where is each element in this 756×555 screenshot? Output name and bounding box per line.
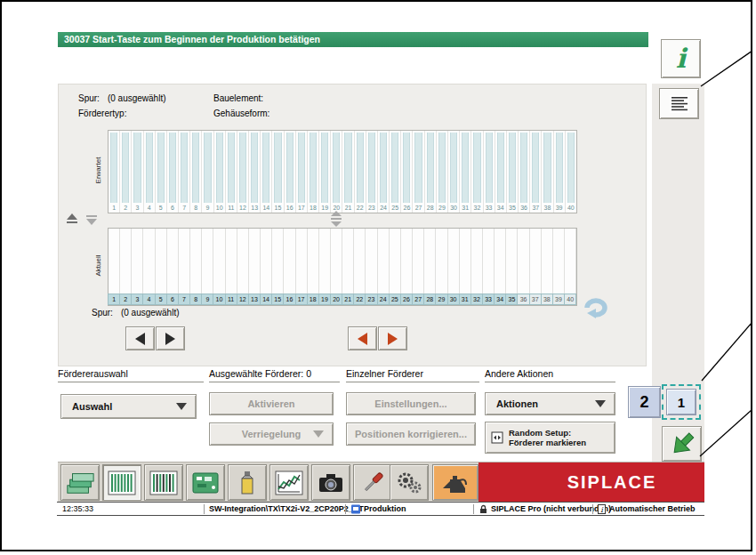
actual-next-button[interactable] <box>378 326 407 350</box>
spur-label: Spur: <box>92 308 113 318</box>
expected-slot-21[interactable]: 21 <box>342 131 354 213</box>
spur-bottom-label: Spur: (0 ausgewählt) <box>92 308 180 318</box>
expected-slot-6[interactable]: 6 <box>167 131 179 213</box>
expected-slot-23[interactable]: 23 <box>366 131 378 213</box>
section-title: Fördererauswahl <box>58 368 204 379</box>
feeder-stack-icon <box>65 469 95 496</box>
expected-slot-4[interactable]: 4 <box>144 131 156 213</box>
auswahl-dropdown[interactable]: Auswahl <box>60 394 197 419</box>
siplace-logo: SIPLACE <box>479 462 704 502</box>
status-bar: 12:35:33 SW-Integration\TX\TX2i-V2_2CP20… <box>57 502 704 516</box>
expected-slot-1[interactable]: 1 <box>109 131 120 213</box>
expected-slot-26[interactable]: 26 <box>401 131 413 213</box>
gantry-1-button[interactable]: 1 <box>666 389 696 415</box>
expected-slot-33[interactable]: 33 <box>484 131 495 213</box>
expected-slot-9[interactable]: 9 <box>202 131 213 213</box>
actual-track-display[interactable]: 1234567891011121314151617181920212223242… <box>108 228 577 306</box>
expected-slot-35[interactable]: 35 <box>507 131 519 213</box>
toolbar-setup-partial-button[interactable] <box>144 464 183 501</box>
section-einzelner-foerderer: Einzelner Förderer <box>346 368 479 382</box>
arrow-left-red-icon <box>358 333 367 345</box>
camera-icon <box>316 470 346 496</box>
expected-slot-24[interactable]: 24 <box>378 131 390 213</box>
info-button[interactable]: i <box>661 39 701 78</box>
toolbar-dispenser-button[interactable] <box>228 464 267 501</box>
expected-slot-25[interactable]: 25 <box>390 131 401 213</box>
expected-slot-11[interactable]: 11 <box>226 131 237 213</box>
expected-slot-29[interactable]: 29 <box>437 131 448 213</box>
aktivieren-button[interactable]: Aktivieren <box>209 392 334 415</box>
expected-slot-2[interactable]: 2 <box>120 131 132 213</box>
arrow-right-red-icon <box>388 333 398 345</box>
expected-track-columns: 1234567891011121314151617181920212223242… <box>109 131 576 213</box>
toolbar-setup-table-button[interactable] <box>102 464 141 501</box>
rotate-view-button[interactable] <box>579 294 611 319</box>
actual-track-columns: 1234567891011121314151617181920212223242… <box>109 229 576 305</box>
expected-slot-37[interactable]: 37 <box>530 131 542 213</box>
toolbar-feeder-stack-button[interactable] <box>60 464 100 501</box>
chevron-down-icon <box>176 403 187 410</box>
expected-slot-18[interactable]: 18 <box>308 131 319 213</box>
expected-slot-32[interactable]: 32 <box>471 131 483 213</box>
expected-slot-15[interactable]: 15 <box>272 131 284 213</box>
toolbar-maintenance-button[interactable] <box>432 464 479 501</box>
random-setup-icon <box>491 431 503 444</box>
expected-slot-27[interactable]: 27 <box>413 131 424 213</box>
expected-slot-14[interactable]: 14 <box>261 131 272 213</box>
move-bottom-button[interactable] <box>84 213 100 225</box>
expected-slot-30[interactable]: 30 <box>448 131 460 213</box>
expected-slot-34[interactable]: 34 <box>495 131 507 213</box>
expected-slot-3[interactable]: 3 <box>132 131 143 213</box>
expected-slot-8[interactable]: 8 <box>190 131 202 213</box>
expected-slot-40[interactable]: 40 <box>566 131 576 213</box>
expected-slot-12[interactable]: 12 <box>237 131 249 213</box>
toolbar-pcb-button[interactable] <box>186 464 225 501</box>
expected-slot-19[interactable]: 19 <box>319 131 331 213</box>
expected-slot-31[interactable]: 31 <box>460 131 471 213</box>
spur-top-label: Spur: (0 ausgewählt) <box>78 93 166 103</box>
screwdriver-icon <box>358 470 388 496</box>
status-time: 12:35:33 <box>62 504 93 514</box>
toolbar-statistics-button[interactable] <box>269 464 309 501</box>
section-andere-aktionen: Andere Aktionen <box>485 368 615 382</box>
expected-slot-7[interactable]: 7 <box>179 131 190 213</box>
expected-slot-36[interactable]: 36 <box>519 131 530 213</box>
actual-prev-button[interactable] <box>348 326 377 350</box>
back-arrow-button[interactable] <box>662 426 702 462</box>
track-prev-button[interactable] <box>125 326 155 350</box>
verriegelung-dropdown[interactable]: Verriegelung <box>209 422 334 446</box>
expected-slot-13[interactable]: 13 <box>249 131 261 213</box>
main-toolbar: SIPLACE <box>58 462 704 502</box>
expected-slot-28[interactable]: 28 <box>425 131 437 213</box>
status-mode: Produktion <box>364 504 406 514</box>
expected-slot-39[interactable]: 39 <box>554 131 566 213</box>
move-top-button[interactable] <box>64 213 80 225</box>
section-title: Andere Aktionen <box>485 368 615 379</box>
setup-list-button[interactable] <box>659 88 699 119</box>
track-next-button[interactable] <box>156 326 185 350</box>
toolbar-tools-button[interactable] <box>353 464 392 501</box>
expected-slot-22[interactable]: 22 <box>355 131 366 213</box>
expected-slot-38[interactable]: 38 <box>542 131 553 213</box>
expected-slot-20[interactable]: 20 <box>331 131 342 213</box>
toolbar-service-button[interactable] <box>390 464 429 501</box>
arrow-left-icon <box>135 333 145 345</box>
expected-slot-17[interactable]: 17 <box>296 131 308 213</box>
arrow-right-icon <box>165 333 175 345</box>
expected-track-display[interactable]: 1234567891011121314151617181920212223242… <box>108 130 577 213</box>
expected-slot-5[interactable]: 5 <box>156 131 167 213</box>
feeder-panel: Spur: (0 ausgewählt) Bauelement: Fördere… <box>58 84 647 366</box>
toolbar-camera-button[interactable] <box>311 464 350 501</box>
einstellungen-button[interactable]: Einstellungen... <box>346 392 476 415</box>
positionen-korrigieren-button[interactable]: Positionen korrigieren... <box>346 422 476 446</box>
swap-tracks-indicator <box>328 210 344 228</box>
actual-slot-40[interactable]: 40 <box>565 229 576 305</box>
random-setup-line1: Random Setup: <box>509 428 571 438</box>
aktionen-dropdown[interactable]: Aktionen <box>485 392 615 415</box>
expected-slot-10[interactable]: 10 <box>214 131 226 213</box>
status-project: SW-Integration\TX\TX2i-V2_2CP20P2_DT <box>209 504 364 514</box>
expected-slot-16[interactable]: 16 <box>285 131 296 213</box>
random-setup-button[interactable]: Random Setup: Förderer markieren <box>485 422 615 454</box>
gantry-2-button[interactable]: 2 <box>628 386 661 418</box>
chevron-down-icon <box>595 400 606 407</box>
